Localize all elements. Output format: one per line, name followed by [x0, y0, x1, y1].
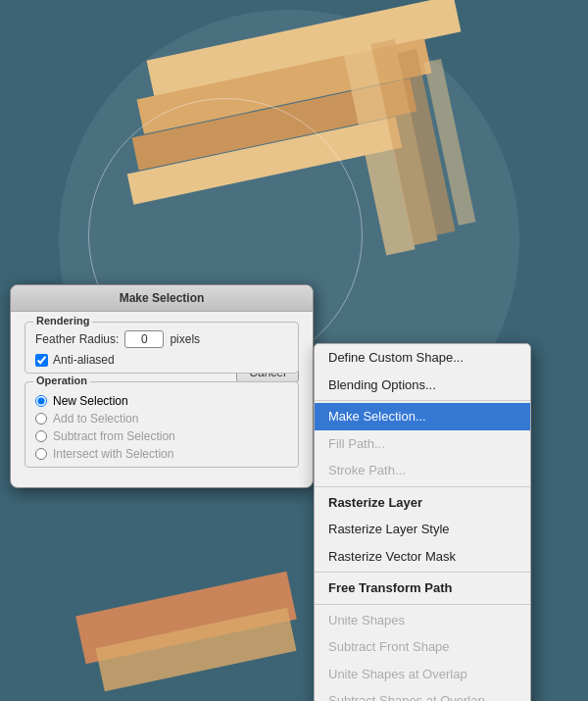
anti-aliased-checkbox[interactable] [35, 354, 48, 367]
menu-item-free-transform-path[interactable]: Free Transform Path [315, 575, 530, 602]
menu-item-rasterize-layer-style[interactable]: Rasterize Layer Style [315, 516, 530, 543]
operation-label: Operation [33, 375, 90, 386]
anti-aliased-label: Anti-aliased [53, 353, 115, 367]
menu-item-unite-shapes-overlap: Unite Shapes at Overlap [315, 661, 530, 688]
menu-item-subtract-shapes-overlap: Subtract Shapes at Overlap [315, 687, 530, 701]
menu-separator-4 [315, 604, 530, 605]
dialog-title: Make Selection [11, 285, 313, 312]
operation-section: Operation New Selection Add to Selection… [24, 381, 299, 468]
menu-item-make-selection[interactable]: Make Selection... [315, 403, 530, 430]
dialog-body: OK Cancel Rendering Feather Radius: pixe… [11, 312, 313, 487]
radio-add-selection[interactable]: Add to Selection [35, 412, 288, 426]
rendering-section: Rendering Feather Radius: pixels Anti-al… [24, 322, 299, 374]
feather-unit: pixels [170, 332, 200, 346]
menu-item-rasterize-layer[interactable]: Rasterize Layer [315, 489, 530, 517]
menu-separator-2 [315, 486, 530, 487]
menu-separator-3 [315, 572, 530, 573]
menu-item-unite-shapes: Unite Shapes [315, 607, 530, 634]
radio-subtract-selection[interactable]: Subtract from Selection [35, 429, 288, 443]
make-selection-dialog: Make Selection OK Cancel Rendering Feath… [10, 284, 314, 488]
feather-radius-input[interactable] [124, 330, 164, 348]
menu-separator-1 [315, 400, 530, 401]
context-menu: Define Custom Shape... Blending Options.… [314, 343, 531, 701]
rendering-label: Rendering [33, 315, 92, 326]
menu-item-subtract-front-shape: Subtract Front Shape [315, 633, 530, 661]
feather-row: Feather Radius: pixels [35, 330, 288, 348]
menu-item-define-custom-shape[interactable]: Define Custom Shape... [315, 344, 530, 372]
radio-intersect-selection[interactable]: Intersect with Selection [35, 447, 288, 461]
menu-item-fill-path: Fill Path... [315, 430, 530, 458]
radio-new-selection[interactable]: New Selection [35, 394, 288, 408]
menu-item-stroke-path: Stroke Path... [315, 457, 530, 484]
feather-label: Feather Radius: [35, 332, 119, 346]
anti-aliased-row: Anti-aliased [35, 353, 288, 367]
menu-item-blending-options[interactable]: Blending Options... [315, 372, 530, 399]
menu-item-rasterize-vector-mask[interactable]: Rasterize Vector Mask [315, 543, 530, 571]
